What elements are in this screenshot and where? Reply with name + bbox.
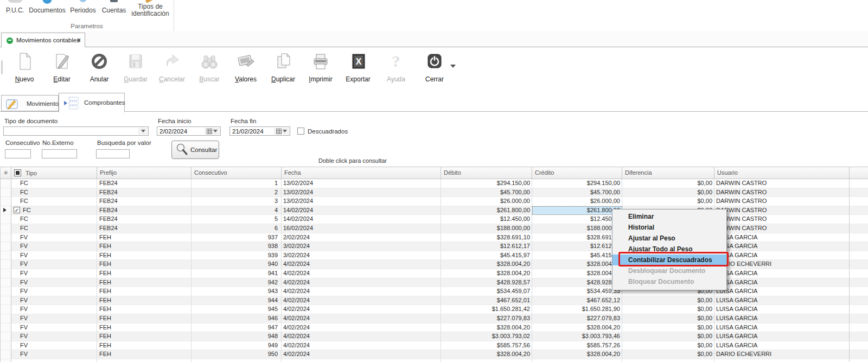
cell-debito[interactable]: $328.004,20 bbox=[441, 323, 532, 333]
cell-fecha[interactable]: 3/02/2024 bbox=[282, 251, 441, 261]
cell-credito[interactable]: $328.004,20 bbox=[532, 323, 622, 333]
table-row[interactable]: FVFEH9383/02/2024$12.612,17$12.612,17$0,… bbox=[1, 242, 868, 251]
cell-diferencia[interactable]: $0,00 bbox=[622, 179, 714, 188]
cell-prefijo[interactable]: FEH bbox=[97, 314, 192, 323]
cell-diferencia[interactable]: $0,00 bbox=[622, 188, 714, 198]
tab-close-icon[interactable]: × bbox=[77, 36, 81, 44]
toolbar-button-imprimir[interactable]: Imprimir bbox=[305, 50, 336, 90]
cell-fecha[interactable]: 2/02/2024 bbox=[282, 233, 441, 243]
cell-usuario[interactable]: DARWIN CASTRO bbox=[714, 206, 850, 215]
cell-credito[interactable]: $428.928,57 bbox=[532, 278, 622, 288]
cell-debito[interactable] bbox=[441, 359, 532, 362]
cell-debito[interactable]: $328.004,20 bbox=[441, 269, 532, 278]
row-selector-cell[interactable] bbox=[1, 341, 11, 351]
cell-credito[interactable]: $1.650.281,90 bbox=[532, 305, 622, 314]
cell-usuario[interactable]: LUISA GARCIA bbox=[714, 323, 850, 333]
row-selector-cell[interactable] bbox=[1, 215, 11, 224]
cell-credito[interactable]: $45.700,00 bbox=[532, 188, 622, 198]
select-all-checkbox[interactable] bbox=[14, 169, 21, 176]
menu-item-ajustar-al-peso[interactable]: Ajustar al Peso bbox=[612, 233, 726, 244]
toolbar-button-anular[interactable]: Anular bbox=[84, 50, 115, 90]
cell-usuario[interactable]: LUISA GARCIA bbox=[714, 278, 850, 288]
cell-consecutivo[interactable] bbox=[192, 359, 282, 362]
busqueda-por-valor-input[interactable] bbox=[96, 149, 130, 158]
table-row[interactable]: FCFEB24213/02/2024$45.700,00$45.700,00$0… bbox=[1, 188, 868, 198]
cell-consecutivo[interactable]: 943 bbox=[192, 287, 282, 296]
cell-credito[interactable]: $328.004,20 bbox=[532, 260, 622, 269]
toolbar-button-cerrar[interactable]: Cerrar bbox=[419, 50, 450, 90]
cell-tipo[interactable]: FV bbox=[11, 350, 97, 359]
table-row[interactable]: FCFEB24514/02/2024$12.450,00$12.450,00$0… bbox=[1, 215, 868, 224]
cell-credito[interactable]: $585.757,26 bbox=[532, 341, 622, 351]
cell-prefijo[interactable] bbox=[97, 359, 192, 362]
row-selector-cell[interactable] bbox=[1, 197, 11, 206]
subtab-movimientos[interactable]: Movimientos bbox=[1, 95, 59, 111]
cell-fecha[interactable]: 4/02/2024 bbox=[282, 269, 441, 278]
cell-consecutivo[interactable]: 947 bbox=[192, 323, 282, 333]
cell-consecutivo[interactable]: 938 bbox=[192, 242, 282, 251]
column-header-fecha[interactable]: Fecha bbox=[282, 167, 441, 179]
table-row[interactable]: FVFEH9372/02/2024$328.691,10$328.691,10$… bbox=[1, 233, 868, 243]
cell-diferencia[interactable]: $0,00 bbox=[622, 323, 714, 333]
table-row[interactable]: FVFEH9404/02/2024$328.004,20$328.004,20$… bbox=[1, 260, 868, 269]
cell-prefijo[interactable]: FEH bbox=[97, 233, 192, 243]
cell-consecutivo[interactable]: 950 bbox=[192, 350, 282, 359]
cell-tipo[interactable]: FC bbox=[11, 224, 97, 233]
row-selector-cell[interactable] bbox=[1, 359, 11, 362]
cell-prefijo[interactable]: FEH bbox=[97, 323, 192, 333]
cell-fecha[interactable]: 14/02/2024 bbox=[282, 215, 441, 224]
cell-fecha[interactable]: 4/02/2024 bbox=[282, 341, 441, 351]
cell-usuario[interactable]: DARWIN CASTRO bbox=[714, 179, 850, 188]
combo-dropdown-icon[interactable] bbox=[138, 128, 148, 135]
cell-debito[interactable]: $328.691,10 bbox=[441, 233, 532, 243]
cell-credito[interactable]: $294.150,00 bbox=[532, 179, 622, 188]
toolbar-button-valores[interactable]: Valores bbox=[230, 50, 261, 90]
cell-usuario[interactable]: DARWIN CASTRO bbox=[714, 197, 850, 206]
column-header-diferencia[interactable]: Diferencia bbox=[622, 167, 714, 179]
row-selector-cell[interactable] bbox=[1, 278, 11, 288]
cell-consecutivo[interactable]: 6 bbox=[192, 224, 282, 233]
cell-debito[interactable]: $3.003.793,02 bbox=[441, 332, 532, 341]
cell-tipo[interactable]: FV bbox=[11, 296, 97, 306]
cell-prefijo[interactable]: FEB24 bbox=[97, 215, 192, 224]
cell-usuario[interactable]: LUISA GARCIA bbox=[714, 332, 850, 341]
cell-tipo[interactable] bbox=[11, 359, 97, 362]
cell-consecutivo[interactable]: 944 bbox=[192, 296, 282, 306]
cell-tipo[interactable]: FV bbox=[11, 242, 97, 251]
cell-prefijo[interactable]: FEB24 bbox=[97, 206, 192, 215]
cell-credito[interactable]: $328.004,20 bbox=[532, 269, 622, 278]
cell-debito[interactable]: $585.757,56 bbox=[441, 341, 532, 351]
cell-tipo[interactable]: FV bbox=[11, 314, 97, 323]
cell-credito[interactable]: $227.079,83 bbox=[532, 314, 622, 323]
cell-consecutivo[interactable]: 946 bbox=[192, 314, 282, 323]
cell-diferencia[interactable]: $0,00 bbox=[622, 197, 714, 206]
cell-consecutivo[interactable]: 942 bbox=[192, 278, 282, 288]
cell-debito[interactable]: $45.415,97 bbox=[441, 251, 532, 261]
cell-diferencia[interactable]: $0,00 bbox=[622, 341, 714, 351]
cell-credito[interactable] bbox=[532, 359, 622, 362]
subtab-comprobantes[interactable]: Comprobantes bbox=[59, 93, 125, 112]
cell-debito[interactable]: $328.004,20 bbox=[441, 260, 532, 269]
cell-prefijo[interactable]: FEB24 bbox=[97, 179, 192, 188]
cell-fecha[interactable]: 13/02/2024 bbox=[282, 197, 441, 206]
cell-fecha[interactable]: 4/02/2024 bbox=[282, 278, 441, 288]
cell-consecutivo[interactable]: 940 bbox=[192, 260, 282, 269]
column-header-tipo[interactable]: Tipo bbox=[11, 167, 97, 179]
no-externo-input[interactable] bbox=[42, 149, 77, 158]
toolbar-button-duplicar[interactable]: Duplicar bbox=[267, 50, 299, 90]
toolbar-button-editar[interactable]: Editar bbox=[46, 50, 78, 90]
cell-tipo[interactable]: FC bbox=[11, 188, 97, 198]
cell-credito[interactable]: $467.652,12 bbox=[532, 296, 622, 306]
cell-fecha[interactable]: 13/02/2024 bbox=[282, 179, 441, 188]
cell-usuario[interactable]: LUISA GARCIA bbox=[714, 341, 850, 351]
table-row[interactable]: FVFEH9393/02/2024$45.415,97$45.415,97$0,… bbox=[1, 251, 868, 261]
cell-prefijo[interactable]: FEH bbox=[97, 350, 192, 359]
cell-debito[interactable]: $428.928,57 bbox=[441, 278, 532, 288]
menu-item-eliminar[interactable]: Eliminar bbox=[612, 211, 726, 222]
cell-usuario[interactable]: DARWIN CASTRO bbox=[714, 224, 850, 233]
cell-fecha[interactable]: 4/02/2024 bbox=[282, 314, 441, 323]
cell-usuario[interactable]: DARIO ECHEVERRI bbox=[714, 350, 850, 359]
cell-credito[interactable]: $12.612,17 bbox=[532, 242, 622, 251]
cell-credito[interactable]: $328.691,10 bbox=[532, 233, 622, 243]
column-header-usuario[interactable]: Usuario bbox=[714, 167, 850, 179]
